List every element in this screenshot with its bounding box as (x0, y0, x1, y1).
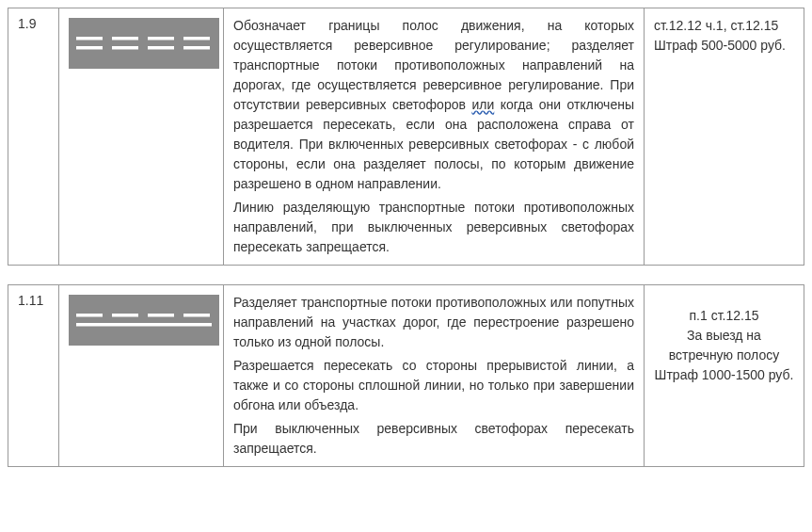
svg-rect-14 (76, 323, 212, 327)
table-row: 1.9 Обозначает границы полос движения, н… (8, 8, 804, 266)
penalty-cell: п.1 ст.12.15 За выезд на встречную полос… (645, 285, 804, 467)
penalty-reason: За выезд на встречную полосу (654, 326, 794, 365)
table-row: 1.11 Разделяет транспортные потоки проти… (8, 285, 804, 467)
road-marking-solid-dashed-icon (69, 295, 219, 346)
svg-rect-6 (112, 46, 138, 50)
marking-number-cell: 1.9 (8, 8, 59, 266)
road-marking-double-dashed-icon (69, 18, 219, 69)
wavy-underline-text: или (471, 97, 494, 112)
svg-rect-9 (69, 295, 219, 346)
svg-rect-10 (76, 314, 103, 317)
description-paragraph: Обозначает границы полос движения, на ко… (233, 16, 634, 194)
description-paragraph: Разрешается пересекать со стороны прерыв… (233, 356, 634, 415)
description-text: Разрешается пересекать со стороны прерыв… (233, 358, 634, 412)
description-paragraph: Разделяет транспортные потоки противопол… (233, 293, 634, 352)
description-paragraph: При выключенных реверсивных светофорах п… (233, 419, 634, 459)
road-markings-table-2: 1.11 Разделяет транспортные потоки проти… (8, 284, 804, 467)
svg-rect-13 (183, 314, 210, 317)
spacer (8, 266, 804, 284)
penalty-article: п.1 ст.12.15 (654, 306, 794, 326)
svg-rect-7 (148, 46, 174, 50)
svg-rect-1 (76, 37, 103, 40)
svg-rect-0 (69, 18, 219, 69)
svg-rect-2 (112, 37, 138, 40)
marking-number: 1.9 (18, 16, 36, 31)
svg-rect-5 (76, 46, 103, 50)
road-markings-table-1: 1.9 Обозначает границы полос движения, н… (8, 8, 804, 266)
penalty-cell: ст.12.12 ч.1, ст.12.15 Штраф 500-5000 ру… (645, 8, 804, 266)
svg-rect-12 (148, 314, 174, 317)
svg-rect-3 (148, 37, 174, 40)
description-text: Линию разделяющую транспортные потоки пр… (233, 200, 634, 254)
description-text: При выключенных реверсивных светофорах п… (233, 421, 634, 456)
marking-description-cell: Разделяет транспортные потоки противопол… (224, 285, 645, 467)
marking-number-cell: 1.11 (8, 285, 59, 467)
marking-description-cell: Обозначает границы полос движения, на ко… (224, 8, 645, 266)
marking-number: 1.11 (18, 293, 43, 308)
penalty-fine: Штраф 500-5000 руб. (654, 36, 794, 56)
marking-image-cell (59, 8, 224, 266)
svg-rect-8 (183, 46, 210, 50)
svg-rect-11 (112, 314, 138, 317)
penalty-article: ст.12.12 ч.1, ст.12.15 (654, 16, 794, 36)
marking-image-cell (59, 285, 224, 467)
penalty-fine: Штраф 1000-1500 руб. (654, 365, 794, 385)
description-text: Разделяет транспортные потоки противопол… (233, 295, 634, 349)
svg-rect-4 (183, 37, 210, 40)
description-paragraph: Линию разделяющую транспортные потоки пр… (233, 198, 634, 257)
